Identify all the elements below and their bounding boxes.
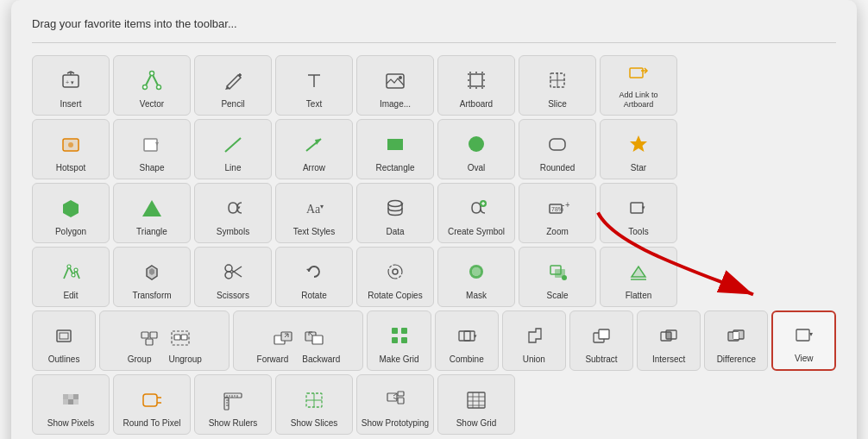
tool-showrulers-label: Show Rulers: [209, 418, 258, 429]
svg-point-5: [143, 85, 148, 90]
tool-tools-label: Tools: [628, 227, 648, 237]
tool-slice-label: Slice: [548, 99, 567, 110]
tool-line[interactable]: Line: [194, 119, 272, 179]
tool-text[interactable]: Text: [275, 55, 353, 116]
tool-pencil[interactable]: Pencil: [194, 55, 272, 116]
tool-rotatecopies-label: Rotate Copies: [368, 291, 422, 301]
svg-rect-78: [181, 335, 187, 340]
tool-transform[interactable]: Transform: [113, 247, 191, 307]
forward-icon: [271, 325, 295, 353]
tool-zoom-label: Zoom: [546, 227, 569, 237]
showpixels-icon: [55, 384, 86, 415]
tool-symbols[interactable]: ▾ Symbols: [194, 183, 272, 243]
tool-makegrid-label: Make Grid: [379, 354, 418, 365]
tool-createsymbol-label: Create Symbol: [448, 227, 505, 237]
hotspot-icon: [55, 129, 86, 160]
tool-combine[interactable]: ▾ Combine: [435, 310, 499, 371]
flatten-icon: [623, 256, 654, 287]
symbols-icon: ▾: [217, 192, 248, 223]
line-icon: [217, 129, 248, 160]
tool-view[interactable]: ▾ View: [771, 310, 836, 371]
outlines-icon: [48, 320, 79, 351]
tool-mask-label: Mask: [466, 291, 487, 301]
tool-union[interactable]: Union: [502, 310, 566, 371]
mask-icon: [461, 256, 492, 287]
tool-addlink-label: Add Link to Artboard: [604, 91, 673, 110]
tool-shape[interactable]: ▾ Shape: [113, 119, 191, 179]
tool-edit-label: Edit: [63, 291, 78, 301]
tool-arrow[interactable]: Arrow: [275, 119, 353, 179]
tool-edit[interactable]: Edit: [32, 247, 110, 307]
svg-rect-71: [57, 330, 71, 342]
tool-showgrid[interactable]: Show Grid: [437, 374, 515, 435]
tool-polygon[interactable]: Polygon: [32, 183, 110, 243]
dialog-header: Drag your favorite items into the toolba…: [32, 17, 836, 30]
tool-showslices[interactable]: Show Slices: [275, 374, 353, 435]
tool-showgrid-label: Show Grid: [456, 418, 497, 429]
tool-oval[interactable]: Oval: [437, 119, 515, 179]
tool-roundtopixel[interactable]: Round To Pixel: [113, 374, 191, 435]
toolbar-row-4: Edit Transform Scissors: [32, 247, 836, 307]
tool-hotspot[interactable]: Hotspot: [32, 119, 110, 179]
svg-text:+ ▾: + ▾: [66, 79, 74, 85]
svg-rect-12: [470, 74, 482, 86]
svg-point-11: [399, 76, 402, 79]
tool-image-label: Image...: [380, 99, 411, 110]
tool-pencil-label: Pencil: [221, 99, 244, 110]
tool-textstyles[interactable]: Aa ▾ Text Styles: [275, 183, 353, 243]
tool-rectangle[interactable]: Rectangle: [356, 119, 434, 179]
svg-rect-72: [60, 333, 68, 339]
svg-marker-39: [142, 200, 161, 216]
tool-intersect[interactable]: Intersect: [637, 310, 701, 371]
tool-outlines[interactable]: Outlines: [32, 310, 96, 371]
svg-text:▾: ▾: [642, 204, 645, 210]
tool-scissors[interactable]: Scissors: [194, 247, 272, 307]
tool-rounded[interactable]: Rounded: [519, 119, 596, 179]
tool-intersect-label: Intersect: [652, 354, 685, 365]
tool-rotatecopies[interactable]: Rotate Copies: [356, 247, 434, 307]
svg-rect-105: [73, 399, 79, 405]
tool-backward-label: Backward: [302, 354, 340, 365]
tool-tools[interactable]: ▾ Tools: [600, 183, 677, 243]
svg-rect-94: [666, 332, 671, 339]
tool-rectangle-label: Rectangle: [375, 163, 414, 173]
tool-image[interactable]: Image...: [356, 55, 434, 116]
edit-icon: [55, 256, 86, 287]
tool-data[interactable]: ▾ Data: [356, 183, 434, 243]
tool-createsymbol[interactable]: Create Symbol: [437, 183, 515, 243]
tool-forward-backward[interactable]: Forward Backward: [233, 310, 363, 371]
tool-zoom[interactable]: 78% - + Zoom: [519, 183, 596, 243]
tool-addlink[interactable]: Add Link to Artboard: [600, 55, 677, 116]
tool-difference[interactable]: Difference: [704, 310, 768, 371]
tool-vector[interactable]: Vector: [113, 55, 191, 116]
toolbar-row-1: + ▾ Insert Vector: [32, 55, 836, 116]
tool-mask[interactable]: Mask: [437, 247, 515, 307]
tool-triangle[interactable]: Triangle: [113, 183, 191, 243]
artboard-icon: [461, 65, 492, 96]
data-icon: ▾: [380, 192, 411, 223]
subtract-icon: [586, 320, 617, 351]
tool-rotate[interactable]: Rotate: [275, 247, 353, 307]
insert-icon: + ▾: [55, 65, 86, 96]
oval-icon: [461, 129, 492, 160]
tool-flatten[interactable]: Flatten: [600, 247, 677, 307]
tool-subtract-label: Subtract: [585, 354, 617, 365]
tool-showpixels[interactable]: Show Pixels: [32, 374, 110, 435]
tool-subtract[interactable]: Subtract: [569, 310, 633, 371]
tool-symbols-label: Symbols: [217, 227, 249, 237]
tool-showprototyping[interactable]: Show Prototyping: [356, 374, 434, 435]
svg-text:▾: ▾: [320, 203, 324, 210]
tool-insert[interactable]: + ▾ Insert: [32, 55, 110, 116]
svg-rect-122: [398, 392, 404, 396]
tool-scale[interactable]: Scale: [519, 247, 596, 307]
tool-artboard[interactable]: Artboard: [437, 55, 515, 116]
tool-showrulers[interactable]: Show Rulers: [194, 374, 272, 435]
svg-text:▾: ▾: [474, 333, 477, 339]
tool-makegrid[interactable]: Make Grid: [367, 310, 431, 371]
svg-point-35: [469, 136, 484, 152]
tool-star[interactable]: Star: [600, 119, 677, 179]
tool-slice[interactable]: Slice: [519, 55, 596, 116]
tool-group-ungroup[interactable]: Group Ungroup: [99, 310, 230, 371]
svg-text:+: +: [565, 200, 569, 210]
star-icon: [623, 129, 654, 160]
